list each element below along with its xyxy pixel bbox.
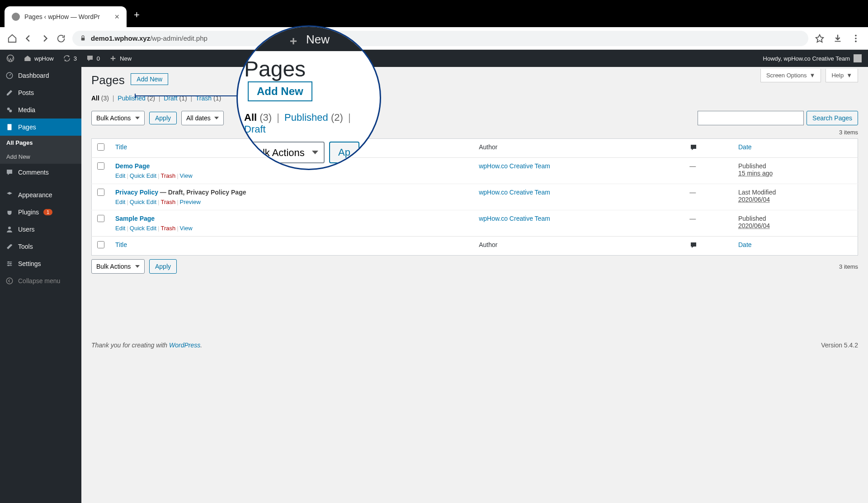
sidebar-item-pages[interactable]: Pages	[0, 119, 81, 136]
row-action-edit[interactable]: Edit	[115, 172, 125, 179]
table-row: Demo Page Edit|Quick Edit|Trash|View wpH…	[92, 158, 858, 184]
download-icon[interactable]	[833, 33, 843, 43]
close-icon[interactable]: ×	[114, 12, 119, 22]
sidebar-item-plugins[interactable]: Plugins1	[0, 204, 81, 221]
sidebar-item-comments[interactable]: Comments	[0, 164, 81, 181]
row-checkbox[interactable]	[97, 189, 104, 196]
row-action-trash[interactable]: Trash	[160, 199, 175, 205]
row-action-quick-edit[interactable]: Quick Edit	[130, 225, 156, 232]
search-button[interactable]: Search Pages	[807, 111, 858, 125]
items-count-bottom: 3 items	[839, 263, 858, 270]
lock-icon	[80, 35, 86, 42]
row-checkbox[interactable]	[97, 215, 104, 222]
forward-icon[interactable]	[40, 33, 50, 43]
browser-tab-strip: Pages ‹ wpHow — WordPr × +	[0, 0, 868, 27]
sidebar-item-users[interactable]: Users	[0, 221, 81, 238]
sidebar-item-posts[interactable]: Posts	[0, 84, 81, 101]
mag-heading: Pages	[244, 57, 306, 81]
admin-bar: wpHow 3 0 New Howdy, wpHow.co Creative T…	[0, 50, 868, 67]
svg-point-10	[8, 227, 11, 229]
reload-icon[interactable]	[56, 33, 66, 43]
dates-select[interactable]: All dates	[181, 111, 224, 125]
svg-point-7	[7, 108, 10, 110]
svg-point-4	[855, 40, 857, 42]
svg-point-8	[9, 109, 12, 112]
author-link[interactable]: wpHow.co Creative Team	[479, 215, 550, 222]
svg-rect-0	[81, 38, 85, 40]
row-action-quick-edit[interactable]: Quick Edit	[130, 172, 156, 179]
howdy-user[interactable]: Howdy, wpHow.co Creative Team	[763, 55, 850, 62]
apply-button[interactable]: Apply	[149, 112, 177, 124]
sidebar-sub-add-new[interactable]: Add New	[0, 150, 81, 164]
comment-count: —	[689, 162, 696, 170]
browser-tab[interactable]: Pages ‹ wpHow — WordPr ×	[5, 6, 127, 27]
row-action-view[interactable]: View	[180, 172, 193, 179]
wordpress-link[interactable]: WordPress	[169, 342, 200, 349]
row-checkbox[interactable]	[97, 162, 104, 170]
tab-title: Pages ‹ wpHow — WordPr	[24, 13, 110, 20]
bulk-actions-select[interactable]: Bulk Actions	[91, 111, 145, 125]
row-action-trash[interactable]: Trash	[160, 172, 175, 179]
select-all-checkbox[interactable]	[97, 143, 104, 151]
svg-point-2	[855, 34, 857, 36]
menu-icon[interactable]	[851, 33, 861, 43]
select-all-checkbox-footer[interactable]	[97, 241, 104, 248]
sidebar-item-dashboard[interactable]: Dashboard	[0, 67, 81, 84]
pages-table: Title Author Date Demo Page Edit|Quick E…	[91, 138, 858, 256]
callout-line	[135, 95, 239, 96]
star-icon[interactable]	[815, 33, 825, 43]
new-tab-button[interactable]: +	[134, 9, 140, 21]
avatar[interactable]	[854, 54, 862, 62]
sidebar-item-tools[interactable]: Tools	[0, 238, 81, 255]
page-heading: Pages	[91, 73, 125, 87]
svg-point-3	[855, 38, 857, 39]
sidebar-item-media[interactable]: Media	[0, 101, 81, 119]
wp-logo[interactable]	[6, 54, 14, 62]
updates-link[interactable]: 3	[63, 54, 77, 62]
bulk-actions-select-bottom[interactable]: Bulk Actions	[91, 259, 145, 274]
svg-point-12	[10, 263, 11, 265]
comment-count: —	[689, 189, 696, 196]
row-action-quick-edit[interactable]: Quick Edit	[130, 199, 156, 205]
page-title-link[interactable]: Sample Page	[115, 215, 155, 222]
author-link[interactable]: wpHow.co Creative Team	[479, 162, 550, 170]
help-tab[interactable]: Help ▼	[826, 69, 858, 82]
footer-thankyou: Thank you for creating with WordPress.	[91, 342, 202, 349]
sidebar-submenu-pages: All Pages Add New	[0, 136, 81, 164]
comments-link[interactable]: 0	[86, 54, 100, 62]
search-input[interactable]	[698, 111, 804, 125]
home-icon[interactable]	[7, 33, 17, 43]
row-action-edit[interactable]: Edit	[115, 199, 125, 205]
col-comments[interactable]	[684, 139, 733, 158]
sidebar-collapse[interactable]: Collapse menu	[0, 272, 81, 289]
address-bar[interactable]: demo1.wphow.xyz/wp-admin/edit.php	[72, 31, 808, 46]
filter-all[interactable]: All	[91, 95, 99, 102]
svg-rect-9	[8, 124, 12, 130]
new-link[interactable]: New	[109, 54, 132, 62]
page-title-link[interactable]: Privacy Policy	[115, 189, 158, 196]
back-icon[interactable]	[24, 33, 33, 43]
browser-toolbar: demo1.wphow.xyz/wp-admin/edit.php	[0, 27, 868, 50]
items-count: 3 items	[839, 129, 858, 136]
col-date[interactable]: Date	[733, 139, 858, 158]
row-action-trash[interactable]: Trash	[160, 225, 175, 232]
url: demo1.wphow.xyz/wp-admin/edit.php	[91, 34, 208, 42]
sidebar-item-appearance[interactable]: Appearance	[0, 186, 81, 204]
add-new-button[interactable]: Add New	[131, 73, 168, 85]
svg-point-13	[8, 265, 9, 266]
svg-rect-1	[835, 41, 841, 42]
page-title-link[interactable]: Demo Page	[115, 162, 150, 170]
sidebar-sub-all-pages[interactable]: All Pages	[0, 136, 81, 150]
admin-sidebar: Dashboard Posts Media Pages All Pages Ad…	[0, 67, 81, 503]
row-action-preview[interactable]: Preview	[180, 199, 201, 205]
row-action-view[interactable]: View	[180, 225, 193, 232]
site-link[interactable]: wpHow	[24, 54, 54, 62]
author-link[interactable]: wpHow.co Creative Team	[479, 189, 550, 196]
svg-point-11	[8, 261, 9, 263]
row-action-edit[interactable]: Edit	[115, 225, 125, 232]
col-author: Author	[473, 139, 684, 158]
apply-button-bottom[interactable]: Apply	[149, 259, 177, 274]
screen-options-tab[interactable]: Screen Options ▼	[760, 69, 821, 82]
svg-point-14	[6, 278, 13, 284]
sidebar-item-settings[interactable]: Settings	[0, 255, 81, 272]
